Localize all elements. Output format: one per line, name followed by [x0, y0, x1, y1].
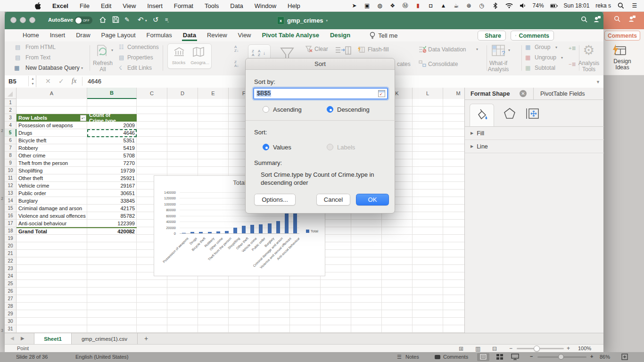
row-header-8[interactable]: 8 — [5, 152, 17, 159]
pivot-header-count[interactable]: Count of Crime.type — [87, 114, 137, 122]
sheet-tab-gmp-crimes-1-csv[interactable]: gmp_crimes(1).csv — [72, 333, 138, 344]
control-center-icon[interactable]: ☰ — [631, 2, 638, 9]
options-button[interactable]: Options... — [254, 194, 296, 206]
what-if-analysis-icon[interactable]: ? — [491, 44, 507, 58]
pivot-row-label[interactable]: Anti-social behaviour — [17, 220, 87, 227]
menu-window[interactable]: Window — [255, 2, 276, 9]
expand-arrow-icon[interactable]: ▶ — [471, 131, 473, 135]
ppt-zoom-in-button[interactable]: + — [590, 354, 593, 359]
pivot-row-value[interactable]: 42175 — [87, 205, 137, 212]
sort-ascending-icon[interactable]: AZ↓ — [234, 45, 245, 53]
pivot-row-value[interactable]: 122399 — [87, 220, 137, 227]
column-header-L[interactable]: L — [413, 88, 443, 99]
geography-icon[interactable] — [192, 47, 205, 57]
customize-toolbar-icon[interactable]: ≡̯ — [165, 17, 168, 22]
save-icon[interactable] — [112, 16, 119, 23]
ascending-label[interactable]: Ascending — [273, 106, 302, 113]
row-header-15[interactable]: 15 — [5, 205, 17, 212]
minimize-window-button[interactable] — [20, 17, 26, 23]
tab-design[interactable]: Design — [330, 30, 350, 41]
ppt-normal-view-button[interactable] — [477, 353, 489, 361]
pivot-row-label[interactable]: Bicycle theft — [17, 137, 87, 144]
sort-descending-icon[interactable]: ZA↓ — [234, 60, 245, 68]
apple-menu-icon[interactable] — [35, 2, 41, 9]
column-header-M[interactable]: M — [443, 88, 464, 99]
name-box[interactable]: B5 ▲▼ — [5, 75, 36, 87]
pivot-row-value[interactable]: 85782 — [87, 212, 137, 220]
row-header-9[interactable]: 9 — [5, 159, 17, 167]
pivot-row-label[interactable]: Drugs — [17, 129, 87, 137]
undo-icon[interactable]: ↶ — [138, 16, 144, 23]
flash-fill-button[interactable]: Flash-fill — [368, 46, 389, 53]
chevron-down-icon[interactable]: ▾ — [476, 47, 478, 51]
menu-format[interactable]: Format — [174, 2, 193, 9]
row-header-11[interactable]: 11 — [5, 174, 17, 182]
row-header-10[interactable]: 10 — [5, 167, 17, 174]
chevron-down-icon[interactable]: ▾ — [111, 48, 113, 52]
menu-data[interactable]: Data — [230, 2, 243, 9]
row-header-29[interactable]: 29 — [5, 310, 17, 318]
menu-file[interactable]: File — [80, 2, 90, 9]
confirm-entry-icon[interactable]: ✓ — [58, 77, 64, 85]
fill-section[interactable]: ▶ Fill — [465, 127, 604, 140]
row-header-30[interactable]: 30 — [5, 318, 17, 325]
pivot-row-value[interactable]: 5351 — [87, 137, 137, 144]
home-icon[interactable] — [99, 16, 107, 24]
sheet-tab-sheet1[interactable]: Sheet1 — [34, 333, 72, 344]
add-sheet-button[interactable]: + — [144, 335, 148, 342]
wifi-icon[interactable] — [505, 2, 513, 9]
tab-insert[interactable]: Insert — [50, 30, 66, 41]
from-html-button[interactable]: From HTML — [25, 44, 56, 50]
pivot-row-label[interactable]: Other crime — [17, 152, 87, 159]
pivot-row-label[interactable]: Possession of weapons — [17, 122, 87, 129]
ppt-language[interactable]: English (United States) — [75, 354, 129, 360]
dialog-titlebar[interactable]: Sort — [246, 58, 395, 70]
pivot-row-value[interactable]: 5419 — [87, 144, 137, 152]
sheet-grid[interactable]: ABCDEFGHIJKLM 12345678910111213141516171… — [5, 88, 464, 333]
pivot-row-label[interactable]: Shoplifting — [17, 167, 87, 174]
zoom-out-button[interactable]: − — [509, 345, 512, 352]
tab-data[interactable]: Data — [183, 30, 196, 41]
row-header-20[interactable]: 20 — [5, 242, 17, 250]
analysis-tools-button[interactable]: Analysis Tools — [574, 60, 603, 73]
prev-sheet-icon[interactable]: ◀ — [10, 336, 14, 341]
undo-chevron-icon[interactable]: ▾ — [145, 19, 147, 23]
design-ideas-label[interactable]: Design Ideas — [604, 58, 640, 71]
tab-pivottable-fields[interactable]: PivotTable Fields — [540, 90, 585, 97]
comments-button[interactable]: Comments — [511, 31, 554, 41]
sort-by-field[interactable]: $B$5 ↙ — [253, 88, 388, 99]
pivot-row-label[interactable]: Vehicle crime — [17, 182, 87, 189]
pivot-row-value[interactable]: 25921 — [87, 174, 137, 182]
row-header-1[interactable]: 1 — [5, 99, 17, 107]
page-break-view-icon[interactable]: ⊟ — [492, 346, 497, 352]
tab-review[interactable]: Review — [207, 30, 227, 41]
telegram-icon[interactable]: ➤ — [351, 2, 358, 9]
ppt-zoom-level[interactable]: 86% — [600, 354, 610, 360]
row-header-22[interactable]: 22 — [5, 257, 17, 265]
volume-icon[interactable] — [519, 2, 527, 9]
time-machine-icon[interactable]: ◷ — [478, 2, 486, 9]
pivot-header-row-labels[interactable]: Row Labels▾↑ — [17, 114, 87, 122]
row-header-6[interactable]: 6 — [5, 137, 17, 144]
pivot-row-value[interactable]: 5708 — [87, 152, 137, 159]
consolidate-button[interactable]: Consolidate — [428, 61, 458, 67]
zoom-window-button[interactable] — [29, 17, 35, 23]
chevron-down-icon[interactable]: ▾ — [508, 48, 510, 52]
design-ideas-icon[interactable] — [611, 43, 627, 58]
tell-me[interactable]: Tell me — [370, 32, 397, 39]
shape-options-icon[interactable] — [504, 107, 516, 120]
pivot-row-label[interactable]: Burglary — [17, 197, 87, 205]
subtotal-button[interactable]: Subtotal — [535, 65, 555, 71]
row-header-5[interactable]: 5 — [5, 129, 17, 137]
ppt-notes-button[interactable]: Notes — [405, 354, 419, 360]
tab-draw[interactable]: Draw — [76, 30, 90, 41]
screen-mirroring-icon[interactable]: ▣ — [363, 2, 371, 9]
refresh-all-button[interactable]: Refresh All — [89, 60, 117, 73]
row-header-12[interactable]: 12 — [5, 182, 17, 189]
ppt-slide-sorter-button[interactable] — [496, 354, 504, 360]
pivot-row-label[interactable]: Violence and sexual offences — [17, 212, 87, 220]
tab-format-shape[interactable]: Format Shape — [471, 90, 510, 97]
filter-dropdown-icon[interactable]: ▾↑ — [80, 115, 86, 121]
zoom-slider[interactable] — [517, 348, 564, 349]
column-header-C[interactable]: C — [137, 88, 167, 99]
